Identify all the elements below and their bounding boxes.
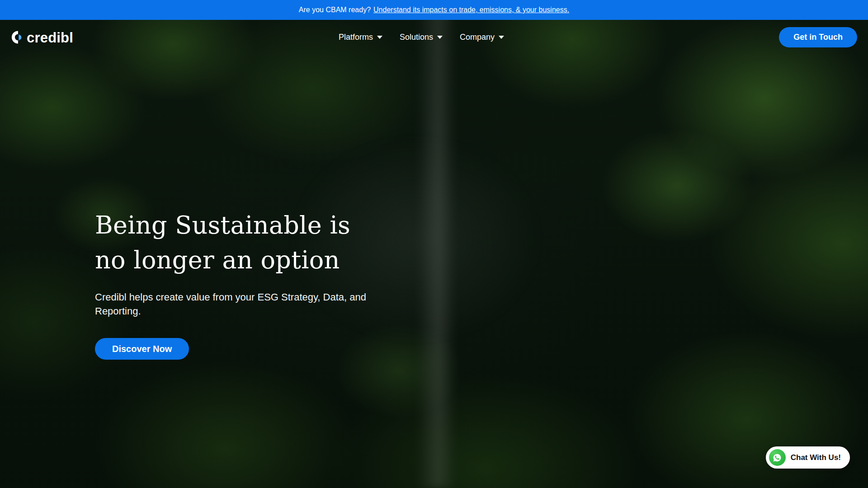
- nav-menu: Platforms Solutions Company: [339, 33, 504, 42]
- page: Are you CBAM ready? Understand its impac…: [0, 0, 868, 488]
- announcement-banner: Are you CBAM ready? Understand its impac…: [0, 0, 868, 20]
- hero-subtext-line-2: Reporting.: [95, 304, 366, 318]
- nav-item-label: Solutions: [400, 33, 433, 42]
- brand-logo[interactable]: credibl: [11, 30, 73, 45]
- chat-label: Chat With Us!: [791, 453, 841, 462]
- whatsapp-icon: [769, 449, 786, 466]
- discover-now-button[interactable]: Discover Now: [95, 338, 189, 360]
- nav-item-label: Company: [460, 33, 495, 42]
- banner-link[interactable]: Understand its impacts on trade, emissio…: [373, 6, 569, 14]
- nav-item-platforms[interactable]: Platforms: [339, 33, 382, 42]
- hero-section: Being Sustainable is no longer an option…: [95, 208, 366, 360]
- nav-item-company[interactable]: Company: [460, 33, 504, 42]
- hero-subtext: Credibl helps create value from your ESG…: [95, 290, 366, 318]
- hero-heading-line-2: no longer an option: [95, 243, 366, 277]
- chevron-down-icon: [499, 36, 504, 39]
- nav-item-solutions[interactable]: Solutions: [400, 33, 443, 42]
- navbar: credibl Platforms Solutions Company Get …: [0, 20, 868, 54]
- chat-widget[interactable]: Chat With Us!: [766, 446, 850, 469]
- hero-subtext-line-1: Credibl helps create value from your ESG…: [95, 290, 366, 304]
- brand-name: credibl: [27, 31, 73, 45]
- nav-item-label: Platforms: [339, 33, 373, 42]
- hero-heading-line-1: Being Sustainable is: [95, 208, 366, 243]
- credibl-logo-icon: [11, 30, 24, 45]
- chevron-down-icon: [377, 36, 382, 39]
- banner-text: Are you CBAM ready?: [299, 6, 371, 14]
- hero-heading: Being Sustainable is no longer an option: [95, 208, 366, 277]
- get-in-touch-button[interactable]: Get in Touch: [779, 27, 857, 47]
- chevron-down-icon: [437, 36, 443, 39]
